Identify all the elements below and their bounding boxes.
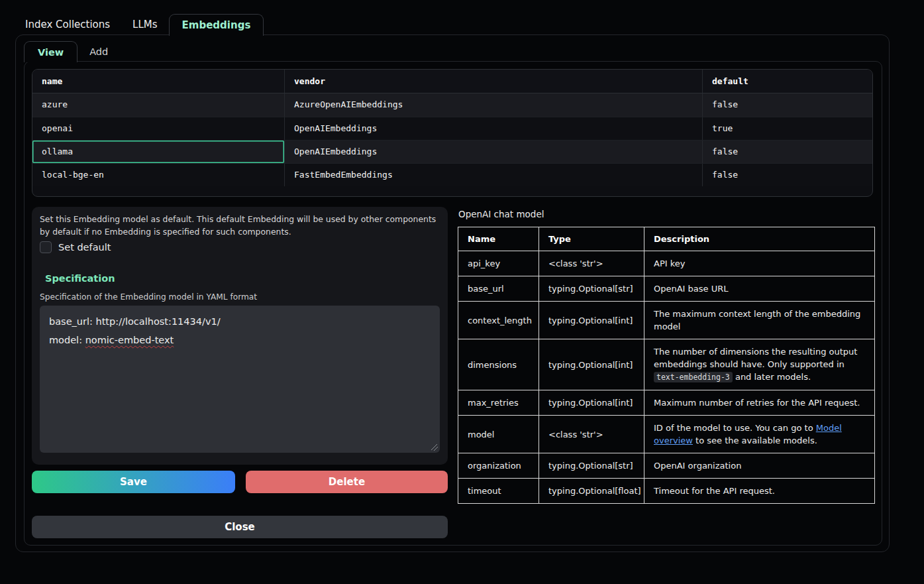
info-cell-description: The number of dimensions the resulting o…: [644, 339, 875, 390]
app-window: Index Collections LLMs Embeddings View A…: [0, 0, 924, 584]
info-table-body: api_key<class 'str'>API keybase_urltypin…: [458, 251, 875, 504]
info-cell-description: OpenAI base URL: [644, 276, 875, 302]
info-cell-description: OpenAI organization: [644, 453, 875, 479]
info-cell-name: timeout: [458, 479, 539, 504]
embeddings-table-body: azureAzureOpenAIEmbeddingsfalseopenaiOpe…: [32, 93, 872, 186]
info-row-organization: organizationtyping.Optional[str]OpenAI o…: [458, 453, 875, 479]
specification-heading: Specification: [45, 273, 115, 284]
embeddings-table-header: name vendor default: [32, 70, 872, 93]
cell-name-openai[interactable]: openai: [32, 117, 284, 140]
info-row-dimensions: dimensionstyping.Optional[int]The number…: [458, 339, 875, 390]
misspelled-word: nomic-embed-text: [85, 335, 174, 345]
set-default-help-text: Set this Embedding model as default. Thi…: [40, 213, 441, 238]
embeddings-table: name vendor default azureAzureOpenAIEmbe…: [32, 69, 873, 197]
model-spec-table: Name Type Description api_key<class 'str…: [458, 227, 875, 504]
info-table-header: Name Type Description: [458, 227, 875, 251]
column-header-vendor: vendor: [284, 70, 702, 93]
description-text: Timeout for the API request.: [654, 486, 775, 496]
description-text: and later models.: [733, 372, 811, 382]
info-cell-description: Timeout for the API request.: [644, 479, 875, 504]
embeddings-row-openai[interactable]: openaiOpenAIEmbeddingstrue: [32, 117, 872, 140]
cell-vendor-azure[interactable]: AzureOpenAIEmbeddings: [284, 93, 702, 117]
cell-name-local-bge-en[interactable]: local-bge-en: [32, 164, 284, 186]
cell-name-ollama[interactable]: ollama: [32, 141, 284, 163]
specification-textarea[interactable]: base_url: http://localhost:11434/v1/ mod…: [40, 306, 440, 453]
embeddings-row-local-bge-en[interactable]: local-bge-enFastEmbedEmbeddingsfalse: [32, 163, 872, 186]
tab-add[interactable]: Add: [77, 41, 120, 62]
description-text: API key: [654, 259, 685, 268]
cell-default-local-bge-en[interactable]: false: [702, 164, 872, 186]
info-header-name: Name: [458, 227, 539, 251]
info-row-model: model<class 'str'>ID of the model to use…: [458, 416, 875, 453]
info-cell-description: The maximum context length of the embedd…: [644, 302, 875, 339]
description-text: Maximum number of retries for the API re…: [654, 398, 860, 408]
description-text: to see the available models.: [693, 436, 817, 445]
column-header-name: name: [32, 70, 284, 93]
info-cell-description: API key: [644, 251, 875, 276]
specification-help-text: Specification of the Embedding model in …: [40, 292, 257, 302]
set-default-checkbox-row[interactable]: Set default: [40, 241, 111, 253]
info-cell-name: base_url: [458, 276, 539, 302]
description-text: OpenAI organization: [654, 461, 741, 471]
delete-button[interactable]: Delete: [246, 471, 448, 493]
cell-vendor-local-bge-en[interactable]: FastEmbedEmbeddings: [284, 164, 702, 186]
cell-default-azure[interactable]: false: [702, 93, 872, 117]
tab-view[interactable]: View: [24, 41, 77, 62]
info-row-context_length: context_lengthtyping.Optional[int]The ma…: [458, 302, 875, 339]
info-row-api_key: api_key<class 'str'>API key: [458, 251, 875, 276]
tab-embeddings[interactable]: Embeddings: [169, 14, 264, 36]
info-header-type: Type: [539, 227, 644, 251]
info-cell-type: <class 'str'>: [539, 416, 644, 453]
checkbox-icon[interactable]: [40, 241, 52, 253]
info-cell-type: typing.Optional[str]: [539, 453, 644, 479]
cell-vendor-openai[interactable]: OpenAIEmbeddings: [284, 117, 702, 140]
info-header-description: Description: [644, 227, 875, 251]
info-cell-name: api_key: [458, 251, 539, 276]
info-row-timeout: timeouttyping.Optional[float]Timeout for…: [458, 479, 875, 504]
info-cell-name: dimensions: [458, 339, 539, 390]
cell-default-openai[interactable]: true: [702, 117, 872, 140]
description-text: The maximum context length of the embedd…: [654, 309, 860, 331]
description-text: The number of dimensions the resulting o…: [654, 347, 857, 369]
info-cell-description: ID of the model to use. You can go to Mo…: [644, 416, 875, 453]
spec-line-2: model: nomic-embed-text: [49, 331, 431, 349]
info-cell-type: typing.Optional[int]: [539, 302, 644, 339]
spec-line-1: base_url: http://localhost:11434/v1/: [49, 312, 431, 331]
info-cell-type: <class 'str'>: [539, 251, 644, 276]
tab-index-collections[interactable]: Index Collections: [15, 14, 121, 35]
embedding-detail-panel: Set this Embedding model as default. Thi…: [32, 207, 448, 465]
info-cell-type: typing.Optional[int]: [539, 390, 644, 416]
tab-llms[interactable]: LLMs: [121, 14, 168, 35]
cell-vendor-ollama[interactable]: OpenAIEmbeddings: [284, 141, 702, 163]
info-row-max_retries: max_retriestyping.Optional[int]Maximum n…: [458, 390, 875, 416]
resize-handle-icon[interactable]: [431, 444, 438, 451]
info-cell-name: context_length: [458, 302, 539, 339]
info-cell-name: organization: [458, 453, 539, 479]
column-header-default: default: [702, 70, 872, 93]
embeddings-row-azure[interactable]: azureAzureOpenAIEmbeddingsfalse: [32, 93, 872, 117]
description-text: OpenAI base URL: [654, 284, 729, 294]
save-button[interactable]: Save: [32, 471, 235, 493]
close-button[interactable]: Close: [32, 516, 448, 538]
cell-name-azure[interactable]: azure: [32, 93, 284, 117]
info-cell-description: Maximum number of retries for the API re…: [644, 390, 875, 416]
cell-default-ollama[interactable]: false: [702, 141, 872, 163]
info-cell-type: typing.Optional[str]: [539, 276, 644, 302]
info-cell-type: typing.Optional[float]: [539, 479, 644, 504]
description-text: ID of the model to use. You can go to: [654, 423, 816, 433]
set-default-label: Set default: [58, 242, 111, 253]
info-cell-name: max_retries: [458, 390, 539, 416]
info-row-base_url: base_urltyping.Optional[str]OpenAI base …: [458, 276, 875, 302]
info-cell-name: model: [458, 416, 539, 453]
info-panel-title: OpenAI chat model: [458, 209, 544, 219]
sub-tabbar: View Add: [24, 41, 120, 62]
embeddings-row-ollama[interactable]: ollamaOpenAIEmbeddingsfalse: [32, 140, 872, 163]
main-tabbar: Index Collections LLMs Embeddings: [15, 14, 264, 35]
code-chip: text-embedding-3: [654, 372, 733, 382]
info-cell-type: typing.Optional[int]: [539, 339, 644, 390]
